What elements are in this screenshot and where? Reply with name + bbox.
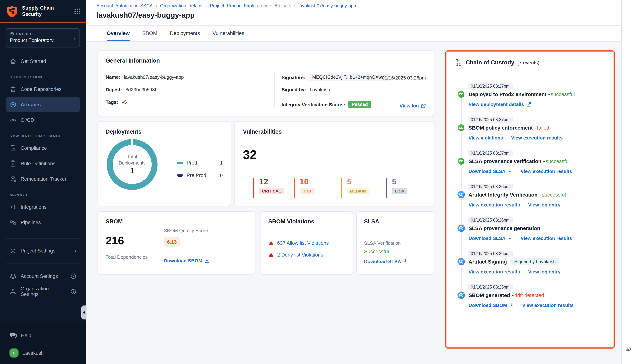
signed-by-badge: Signed by Lavakush: [510, 258, 559, 265]
sidebar-item-label: Help: [21, 332, 31, 338]
main-area: Account: Automation-SSCA › Organization:…: [86, 0, 636, 364]
project-selector[interactable]: PROJECT Product Exploratory ›: [6, 28, 80, 48]
signed-by-label: Signed by:: [282, 87, 306, 92]
donut-center-label: Total: [119, 154, 146, 160]
event-status: successful: [551, 91, 575, 97]
sidebar-item-remediation-tracker[interactable]: Remediation Tracker: [6, 171, 80, 186]
event-timestamp: 01/16/2025 03:25pm: [468, 284, 512, 290]
sidebar-collapse-handle[interactable]: [81, 306, 86, 320]
deny-list-violations-link[interactable]: 2 Deny list Violations: [277, 252, 323, 258]
sidebar-item-rule-definitions[interactable]: Rule Definitions: [6, 156, 80, 171]
breadcrumb-project[interactable]: Project: Product Exploratory: [210, 3, 267, 8]
scs-magnifier-icon: [457, 258, 465, 266]
event-title: Artifact Integrity Verification: [468, 192, 538, 198]
sidebar-item-organization-settings[interactable]: Organization Settings: [6, 284, 80, 299]
info-icon: [71, 289, 76, 294]
sidebar-item-label: Rule Definitions: [20, 161, 56, 166]
events-count: (7 events): [517, 60, 540, 65]
infinity-icon: [10, 116, 16, 124]
breadcrumb-artifacts[interactable]: Artifacts: [274, 3, 291, 8]
tab-deployments[interactable]: Deployments: [170, 30, 200, 41]
pipelines-icon: [10, 219, 16, 226]
sidebar-item-label: Artifacts: [20, 102, 41, 107]
critical-badge: CRITICAL: [259, 188, 284, 194]
gear-icon: [10, 247, 16, 254]
sidebar-item-account-settings[interactable]: Account Settings: [6, 268, 80, 284]
tags-label: Tags:: [106, 99, 118, 105]
artifact-name-value: lavakush07/easy-buggy-app: [124, 74, 184, 80]
pipeline-hexagon-icon: [457, 90, 465, 98]
view-violations-link[interactable]: View violations: [468, 135, 503, 141]
breadcrumb-organization[interactable]: Organization: default: [160, 3, 202, 8]
sidebar-item-label: Remediation Tracker: [20, 176, 66, 182]
help-chat-float-icon[interactable]: [624, 345, 633, 353]
sidebar-item-project-settings[interactable]: Project Settings ›: [6, 243, 80, 258]
sbom-card: SBOM 216 Total Dependencies SBOM Quality…: [97, 211, 256, 274]
chevron-right-icon: ›: [74, 35, 76, 42]
event-status: drift detected: [514, 292, 544, 298]
download-sbom-link[interactable]: Download SBOM: [468, 302, 514, 308]
download-slsa-link[interactable]: Download SLSA: [364, 259, 408, 264]
event-timestamp: 01/16/2025 03:27pm: [468, 117, 512, 122]
card-title: Deployments: [106, 128, 223, 135]
org-hierarchy-icon: [10, 288, 16, 295]
tags-value: v5: [122, 99, 126, 105]
chain-of-custody-panel: Chain of Custody (7 events) 01/16/2025 0…: [445, 50, 615, 348]
breadcrumb-artifact-name[interactable]: lavakush07/easy-buggy-app: [298, 3, 356, 8]
download-icon: [509, 303, 514, 308]
download-sbom-link[interactable]: Download SBOM: [164, 258, 209, 264]
tab-vulnerabilities[interactable]: Vulnerabilities: [212, 30, 244, 41]
sidebar-item-pipelines[interactable]: Pipelines: [6, 214, 80, 230]
pipeline-hexagon-icon: [457, 157, 465, 165]
medium-stat: 5 MEDIUM: [341, 178, 369, 198]
view-execution-results-link[interactable]: View execution results: [520, 168, 572, 174]
download-slsa-link[interactable]: Download SLSA: [468, 168, 512, 174]
custody-event-3: 01/16/2025 03:27pm SLSA provenance verif…: [457, 150, 607, 174]
custody-events-timeline: 01/16/2025 03:27pm Deployed to Prod2 env…: [457, 82, 607, 317]
sidebar-item-artifacts[interactable]: Artifacts: [6, 97, 80, 112]
sidebar-item-get-started[interactable]: Get Started: [6, 53, 80, 69]
sidebar-item-label: Compliance: [20, 145, 47, 151]
sidebar-item-compliance[interactable]: Compliance: [6, 140, 80, 156]
sidebar-item-help[interactable]: Help: [6, 328, 80, 343]
digest-value: 8d23bd3b5d8f: [126, 87, 156, 92]
help-chat-icon: [10, 332, 17, 339]
sidebar-item-label: Code Repositories: [20, 86, 62, 92]
allow-list-violations-link[interactable]: 637 Allow list Violations: [277, 240, 329, 246]
view-execution-results-link[interactable]: View execution results: [468, 202, 520, 208]
view-log-entry-link[interactable]: View log entry: [528, 202, 560, 208]
view-deployment-details-link[interactable]: View deployment details: [468, 101, 531, 108]
view-execution-results-link[interactable]: View execution results: [522, 302, 574, 308]
download-slsa-link[interactable]: Download SLSA: [468, 235, 512, 242]
prod-swatch: [177, 162, 183, 164]
digest-label: Digest:: [106, 87, 122, 92]
clipboard-check-icon: [10, 160, 16, 167]
total-dependencies-value: 216: [106, 234, 124, 247]
module-switcher-grid-icon[interactable]: [74, 8, 80, 14]
view-execution-results-link[interactable]: View execution results: [520, 235, 572, 242]
view-log-entry-link[interactable]: View log entry: [528, 269, 560, 275]
event-status: failed: [537, 125, 549, 131]
cube-icon: [10, 101, 16, 108]
avatar: L: [10, 348, 18, 358]
view-execution-results-link[interactable]: View execution results: [468, 269, 520, 275]
integrations-icon: [10, 203, 16, 210]
total-deployments-value: 1: [130, 167, 134, 176]
sidebar-item-user[interactable]: L Lavakush: [6, 345, 80, 361]
sidebar-item-integrations[interactable]: Integrations: [6, 199, 80, 214]
collapse-arrow-icon: [83, 311, 85, 314]
deployments-card: Deployments Total Deployments 1: [97, 122, 231, 206]
view-execution-results-link[interactable]: View execution results: [511, 135, 562, 141]
user-name: Lavakush: [22, 350, 44, 356]
sidebar-footer: Help L Lavakush: [0, 323, 86, 364]
view-log-link[interactable]: View log: [400, 103, 426, 108]
tab-sbom[interactable]: SBOM: [142, 30, 157, 41]
warning-triangle-icon: [268, 252, 274, 257]
custody-event-2: 01/16/2025 03:27pm SBOM policy enforceme…: [457, 116, 607, 140]
breadcrumb-account[interactable]: Account: Automation-SSCA: [96, 3, 153, 8]
section-label-supply-chain: SUPPLY CHAIN: [10, 75, 80, 79]
sidebar-item-cicd[interactable]: CI/CD: [6, 112, 80, 128]
tab-overview[interactable]: Overview: [107, 30, 130, 41]
sidebar-item-label: Organization Settings: [20, 286, 67, 297]
sidebar-item-code-repositories[interactable]: Code Repositories: [6, 81, 80, 97]
